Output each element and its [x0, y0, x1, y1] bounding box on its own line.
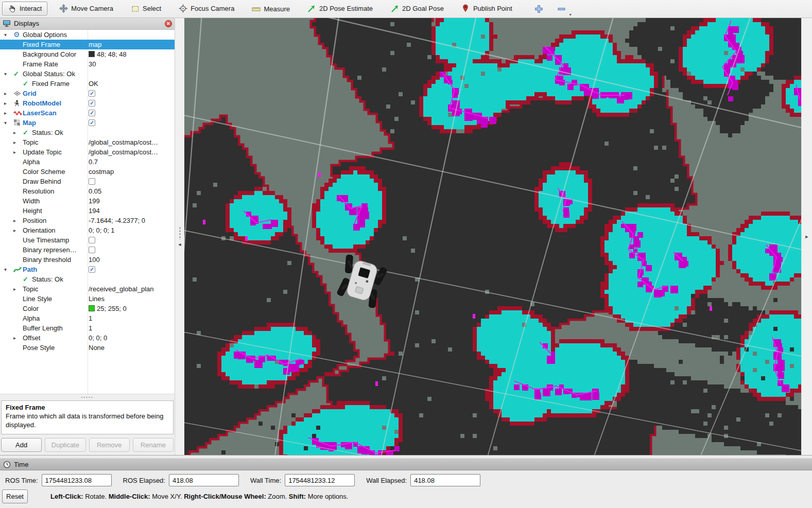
- checkbox-checked[interactable]: ✓: [89, 100, 95, 107]
- tool-publish-point[interactable]: Publish Point: [456, 2, 518, 15]
- property-value[interactable]: 1: [89, 314, 92, 322]
- checkbox-checked[interactable]: ✓: [89, 90, 95, 97]
- collapse-right-handle[interactable]: ►: [801, 18, 812, 455]
- tool-move-camera[interactable]: Move Camera: [54, 2, 119, 15]
- collapse-arrow-icon[interactable]: ▾: [4, 120, 13, 126]
- duplicate-display-button[interactable]: Duplicate: [45, 438, 85, 452]
- wall-time-input[interactable]: 1754481233.12: [285, 474, 355, 486]
- tree-row-global-status-ok[interactable]: ▾✓Global Status: Ok: [0, 69, 175, 79]
- tree-row-grid[interactable]: ▸Grid✓: [0, 89, 175, 98]
- tree-row-binary-represen[interactable]: Binary represen…: [0, 245, 175, 255]
- close-icon[interactable]: ✕: [165, 20, 172, 27]
- property-value[interactable]: /global_costmap/cost…: [89, 148, 158, 156]
- tree-row-position[interactable]: ▸Position-7.1644; -4.2377; 0: [0, 216, 175, 225]
- time-panel-header[interactable]: Time: [0, 458, 812, 470]
- expand-arrow-icon[interactable]: ▸: [13, 149, 23, 155]
- tree-row-buffer-length[interactable]: Buffer Length1: [0, 323, 175, 333]
- ros-elapsed-input[interactable]: 418.08: [169, 474, 239, 486]
- tree-row-alpha[interactable]: Alpha1: [0, 313, 175, 323]
- add-display-button[interactable]: Add: [1, 438, 42, 452]
- tree-row-alpha[interactable]: Alpha0.7: [0, 157, 175, 167]
- checkbox-checked[interactable]: ✓: [89, 266, 95, 273]
- tree-row-robotmodel[interactable]: ▸RobotModel✓: [0, 98, 175, 108]
- tool-interact[interactable]: Interact: [2, 2, 47, 15]
- tree-row-topic[interactable]: ▸Topic/received_global_plan: [0, 284, 175, 294]
- property-value[interactable]: 0.7: [89, 158, 98, 166]
- checkbox-unchecked[interactable]: [89, 247, 95, 253]
- property-value[interactable]: costmap: [89, 168, 114, 176]
- add-tool-button[interactable]: [531, 2, 547, 15]
- property-value[interactable]: 48; 48; 48: [97, 50, 127, 58]
- checkbox-checked[interactable]: ✓: [89, 119, 95, 126]
- expand-arrow-icon[interactable]: ▸: [4, 110, 13, 116]
- reset-button[interactable]: Reset: [2, 489, 28, 503]
- property-value[interactable]: /received_global_plan: [89, 285, 153, 293]
- wall-elapsed-input[interactable]: 418.08: [410, 474, 480, 486]
- collapse-left-handle[interactable]: ◄: [175, 18, 184, 455]
- expand-arrow-icon[interactable]: ▸: [13, 130, 23, 135]
- tool-measure[interactable]: Measure: [246, 2, 296, 16]
- tool-2d-goal-pose[interactable]: 2D Goal Pose: [385, 2, 450, 15]
- displays-panel-header[interactable]: Displays ✕: [0, 18, 175, 30]
- property-value[interactable]: 30: [89, 60, 96, 68]
- tree-row-path[interactable]: ▾Path✓: [0, 265, 175, 274]
- property-value[interactable]: 1: [89, 324, 92, 332]
- property-value[interactable]: 100: [89, 256, 100, 264]
- tree-row-global-options[interactable]: ▾⚙Global Options: [0, 30, 175, 40]
- property-value[interactable]: 194: [89, 207, 100, 215]
- expand-arrow-icon[interactable]: ▸: [13, 227, 23, 233]
- tree-row-height[interactable]: Height194: [0, 206, 175, 216]
- panel-splitter[interactable]: •••••: [0, 394, 175, 400]
- tree-row-map[interactable]: ▾Map✓: [0, 118, 175, 128]
- property-value[interactable]: Lines: [89, 295, 105, 303]
- 3d-viewport[interactable]: [184, 18, 801, 455]
- tree-row-frame-rate[interactable]: Frame Rate30: [0, 59, 175, 69]
- checkbox-unchecked[interactable]: [89, 237, 95, 243]
- tool-2d-pose-estimate[interactable]: 2D Pose Estimate: [302, 2, 378, 15]
- checkbox-checked[interactable]: ✓: [89, 110, 95, 116]
- tree-row-status-ok[interactable]: ✓Status: Ok: [0, 274, 175, 284]
- tree-row-draw-behind[interactable]: Draw Behind: [0, 177, 175, 186]
- property-value[interactable]: map: [89, 41, 101, 48]
- tree-row-color-scheme[interactable]: Color Schemecostmap: [0, 167, 175, 177]
- tree-row-use-timestamp[interactable]: Use Timestamp: [0, 235, 175, 245]
- remove-tool-button[interactable]: ▾: [554, 2, 569, 15]
- expand-arrow-icon[interactable]: ▸: [13, 139, 23, 145]
- tool-select[interactable]: Select: [125, 2, 167, 15]
- tree-row-laserscan[interactable]: ▸LaserScan✓: [0, 108, 175, 118]
- expand-arrow-icon[interactable]: ▸: [4, 100, 13, 106]
- expand-arrow-icon[interactable]: ▸: [13, 286, 23, 292]
- tree-row-fixed-frame[interactable]: ✓Fixed FrameOK: [0, 79, 175, 89]
- expand-arrow-icon[interactable]: ▸: [4, 91, 13, 96]
- tree-row-background-color[interactable]: Background Color48; 48; 48: [0, 49, 175, 59]
- tree-row-line-style[interactable]: Line StyleLines: [0, 294, 175, 304]
- collapse-arrow-icon[interactable]: ▾: [4, 32, 13, 38]
- tree-row-color[interactable]: Color25; 255; 0: [0, 304, 175, 313]
- remove-display-button[interactable]: Remove: [89, 438, 130, 452]
- tree-row-orientation[interactable]: ▸Orientation0; 0; 0; 1: [0, 225, 175, 235]
- property-value[interactable]: -7.1644; -4.2377; 0: [89, 217, 145, 224]
- property-value[interactable]: /global_costmap/cost…: [89, 138, 158, 146]
- tool-focus-camera[interactable]: Focus Camera: [173, 2, 240, 15]
- property-value[interactable]: OK: [89, 80, 98, 87]
- tree-row-topic[interactable]: ▸Topic/global_costmap/cost…: [0, 137, 175, 147]
- property-value[interactable]: 25; 255; 0: [97, 305, 127, 312]
- checkbox-unchecked[interactable]: [89, 178, 95, 185]
- tree-row-fixed-frame[interactable]: Fixed Framemap: [0, 40, 175, 49]
- rename-display-button[interactable]: Rename: [133, 438, 174, 452]
- tree-row-binary-threshold[interactable]: Binary threshold100: [0, 255, 175, 265]
- tree-row-width[interactable]: Width199: [0, 196, 175, 206]
- collapse-arrow-icon[interactable]: ▾: [4, 71, 13, 77]
- expand-arrow-icon[interactable]: ▸: [13, 218, 23, 223]
- tree-row-update-topic[interactable]: ▸Update Topic/global_costmap/cost…: [0, 147, 175, 157]
- property-value[interactable]: 0.05: [89, 187, 101, 195]
- tree-row-offset[interactable]: ▸Offset0; 0; 0: [0, 333, 175, 343]
- tree-row-resolution[interactable]: Resolution0.05: [0, 186, 175, 196]
- collapse-arrow-icon[interactable]: ▾: [4, 267, 13, 272]
- property-value[interactable]: 0; 0; 0: [89, 334, 107, 342]
- tree-row-status-ok[interactable]: ▸✓Status: Ok: [0, 128, 175, 137]
- property-value[interactable]: 199: [89, 197, 100, 205]
- expand-arrow-icon[interactable]: ▸: [13, 335, 23, 341]
- tree-row-pose-style[interactable]: Pose StyleNone: [0, 343, 175, 353]
- property-value[interactable]: None: [89, 344, 105, 352]
